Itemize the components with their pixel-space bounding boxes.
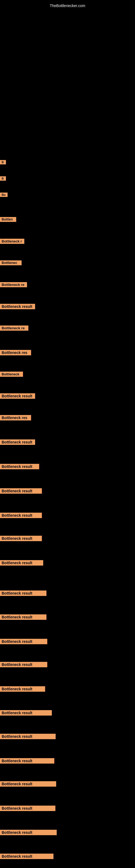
bottleneck-result-label: Bottleneck res (0, 415, 31, 421)
bottleneck-result-label: Bottleneck re (0, 282, 27, 287)
bottleneck-result-label: Bottleneck result (0, 710, 52, 716)
bottleneck-result-label: Bottlenec (0, 260, 21, 265)
bottleneck-result-label: Bo (0, 193, 8, 197)
bottleneck-result-label: Bottleneck result (0, 781, 56, 786)
bottleneck-result-label: Bottleneck result (0, 758, 54, 764)
bottleneck-result-label: Bottleneck result (0, 464, 39, 469)
bottleneck-result-label: Bottleneck result (0, 560, 43, 565)
bottleneck-result-label: Bottleneck result (0, 513, 42, 518)
bottleneck-result-label: B (0, 160, 6, 164)
site-title: TheBottlenecker.com (0, 1, 135, 10)
bottleneck-result-label: Bottlen (0, 217, 16, 222)
bottleneck-result-label: Bottleneck result (0, 662, 47, 667)
bottleneck-result-label: Bottleneck result (0, 439, 35, 445)
bottleneck-result-label: Bottleneck result (0, 536, 42, 541)
bottleneck-result-label: B (0, 176, 6, 181)
bottleneck-result-label: Bottleneck result (0, 830, 57, 835)
bottleneck-result-label: Bottleneck result (0, 806, 55, 811)
bottleneck-result-label: Bottleneck result (0, 614, 46, 620)
bottleneck-result-label: Bottleneck res (0, 350, 31, 355)
bottleneck-result-label: Bottleneck result (0, 393, 35, 399)
bottleneck-result-label: Bottleneck result (0, 590, 46, 596)
bottleneck-result-label: Bottleneck re (0, 326, 28, 331)
bottleneck-result-label: Bottleneck result (0, 734, 56, 739)
bottleneck-result-label: Bottleneck (0, 372, 23, 377)
bottleneck-result-label: Bottleneck result (0, 304, 35, 309)
bottleneck-result-label: Bottleneck result (0, 639, 47, 644)
bottleneck-result-label: Bottleneck result (0, 854, 53, 859)
bottleneck-result-label: Bottleneck r (0, 239, 24, 244)
bottleneck-result-label: Bottleneck result (0, 488, 42, 494)
bottleneck-result-label: Bottleneck result (0, 686, 45, 692)
